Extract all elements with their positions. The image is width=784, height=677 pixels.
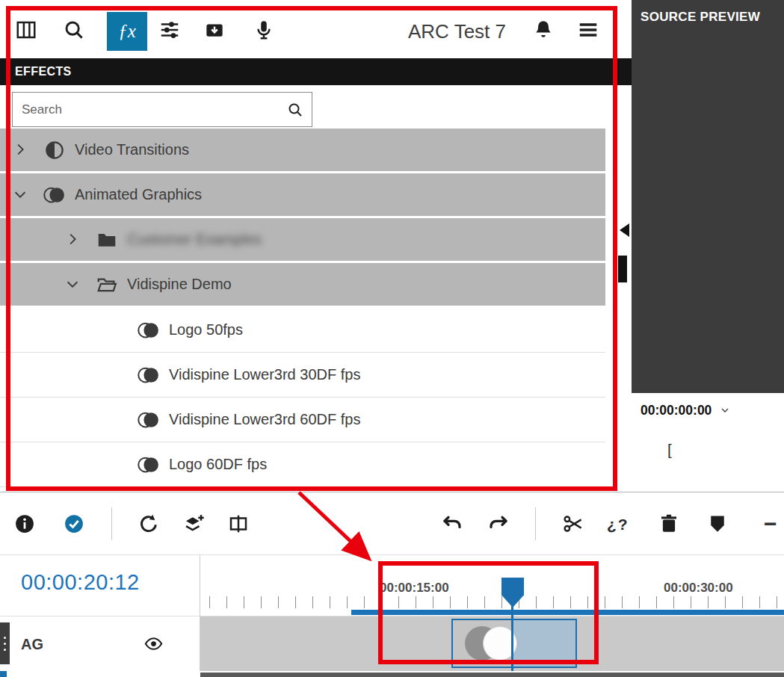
minus-icon: − (764, 511, 777, 536)
app-title: ARC Test 7 (408, 20, 506, 43)
tree-item-logo-60df[interactable]: Logo 60DF fps (0, 442, 605, 487)
chevron-down-icon[interactable] (12, 186, 43, 204)
redo-button[interactable] (487, 513, 510, 535)
transition-clip[interactable] (451, 619, 577, 668)
graphic-effect-icon (138, 409, 160, 431)
effects-tree: Video Transitions Animated Graphics Cust… (0, 129, 605, 487)
source-preview-header: SOURCE PREVIEW (632, 0, 784, 25)
track-header: AG (0, 616, 200, 671)
current-timecode-cell: 00:00:20:12 (0, 555, 200, 616)
info-button[interactable] (13, 513, 36, 535)
tree-item-label: Logo 60DF fps (169, 456, 267, 473)
chevron-down-icon[interactable] (64, 276, 96, 294)
tree-item-label: Animated Graphics (75, 186, 202, 203)
ruler-ticks (200, 596, 784, 608)
tree-group-animated-graphics[interactable]: Animated Graphics (0, 173, 605, 218)
toolbar-separator (535, 507, 536, 540)
tree-item-label: Vidispine Lower3rd 30DF fps (169, 366, 360, 383)
tree-item-lower3rd-30df[interactable]: Vidispine Lower3rd 30DF fps (0, 353, 605, 398)
source-timecode-row: 00:00:00:00 (632, 393, 784, 427)
undo-button[interactable] (441, 513, 463, 535)
ruler-label: 00:00:15:00 (380, 581, 449, 596)
settings-sliders-button[interactable] (158, 19, 181, 41)
microphone-icon (253, 19, 275, 41)
track-visibility-button[interactable] (143, 634, 164, 654)
search-icon (286, 101, 304, 119)
notifications-button[interactable] (532, 19, 555, 41)
effects-search-row (0, 85, 632, 129)
search-button[interactable] (63, 19, 85, 41)
track-lane[interactable] (200, 616, 784, 671)
microphone-button[interactable] (253, 19, 275, 41)
source-preview-video-area: SOURCE PREVIEW (632, 0, 784, 393)
toolbar-separator (111, 507, 112, 540)
timeline-track-row: AG (0, 616, 784, 671)
effects-panel: ƒx ARC Test 7 EFFECTS (0, 0, 632, 492)
track-drag-handle[interactable] (0, 622, 10, 664)
rotate-reset-icon (138, 513, 160, 535)
chevron-down-icon[interactable] (719, 404, 731, 416)
info-icon (13, 513, 36, 535)
source-timecode: 00:00:00:00 (641, 403, 712, 418)
undo-icon (441, 513, 463, 535)
main-menu-button[interactable] (577, 19, 599, 41)
add-marker-button[interactable] (706, 513, 729, 535)
chevron-right-icon[interactable] (12, 141, 43, 159)
effects-search-input[interactable] (13, 93, 312, 126)
graphic-effect-icon (138, 319, 160, 341)
folder-open-icon (96, 273, 118, 296)
folder-icon (96, 229, 118, 251)
export-render-button[interactable] (203, 19, 226, 41)
current-timecode-display: 00:00:20:12 (21, 570, 140, 595)
chevron-right-icon[interactable] (64, 231, 96, 249)
delete-button[interactable] (658, 513, 680, 535)
timeline-toolbar: ¿? − (0, 492, 784, 555)
confirm-button[interactable] (63, 513, 85, 535)
tree-item-logo-50fps[interactable]: Logo 50fps (0, 308, 605, 353)
columns-view-button[interactable] (15, 19, 37, 41)
top-toolbar: ƒx ARC Test 7 (0, 0, 632, 58)
check-circle-icon (63, 513, 85, 535)
tree-item-label: Video Transitions (75, 141, 189, 158)
question-marks-button[interactable]: ¿? (607, 516, 629, 534)
panel-splitter-handle[interactable] (618, 256, 627, 282)
sliders-icon (158, 19, 181, 41)
timeline-range-bar (351, 610, 784, 615)
reset-button[interactable] (138, 513, 160, 535)
bell-icon (532, 19, 555, 41)
tree-item-label: Logo 50fps (169, 321, 243, 338)
redo-icon (487, 513, 510, 535)
tree-group-video-transitions[interactable]: Video Transitions (0, 129, 605, 173)
timeline-ruler[interactable]: 00:00:15:00 00:00:30:00 (200, 555, 784, 616)
eye-icon (143, 634, 164, 654)
effects-fx-button[interactable]: ƒx (107, 12, 147, 51)
next-track-handle[interactable] (0, 671, 7, 677)
effects-panel-header: EFFECTS (0, 58, 632, 85)
next-track-clip-edge (200, 673, 784, 677)
graphic-effect-icon (138, 364, 160, 386)
add-layer-icon (182, 513, 205, 535)
mark-in-bracket: [ (667, 441, 672, 459)
collapse-panel-arrow-icon[interactable] (620, 223, 629, 237)
hamburger-menu-icon (577, 19, 599, 41)
add-layer-button[interactable] (182, 513, 205, 535)
tree-item-label: Vidispine Lower3rd 60DF fps (169, 411, 360, 428)
tree-folder-customer-examples[interactable]: Customer Examples (0, 218, 605, 263)
question-marks-icon: ¿? (607, 516, 629, 533)
graphic-effect-icon (138, 454, 160, 476)
source-preview-panel: SOURCE PREVIEW 00:00:00:00 [ (632, 0, 784, 492)
timeline-ruler-row: 00:00:20:12 00:00:15:00 00:00:30:00 (0, 555, 784, 616)
tree-item-lower3rd-60df[interactable]: Vidispine Lower3rd 60DF fps (0, 398, 605, 442)
split-clip-button[interactable] (227, 513, 250, 535)
marker-flag-icon (706, 513, 729, 535)
zoom-out-button[interactable]: − (764, 511, 777, 537)
scissors-icon (562, 513, 584, 535)
animated-graphics-icon (43, 184, 66, 206)
cut-button[interactable] (562, 513, 584, 535)
video-transition-icon (43, 139, 66, 161)
tree-folder-vidispine-demo[interactable]: Vidispine Demo (0, 263, 605, 308)
trash-icon (658, 513, 680, 535)
split-clip-icon (227, 513, 250, 535)
tree-item-label: Vidispine Demo (127, 276, 232, 293)
columns-icon (15, 19, 37, 41)
